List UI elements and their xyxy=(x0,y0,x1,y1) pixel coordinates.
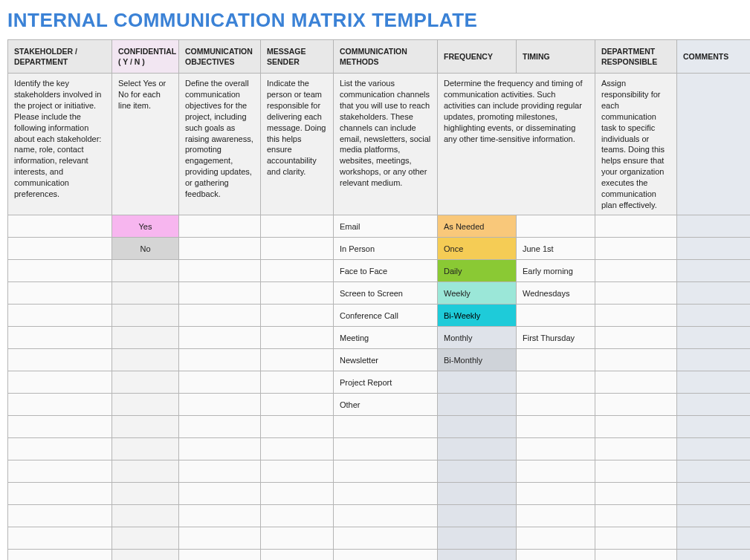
cell-method[interactable]: Screen to Screen xyxy=(334,282,438,305)
cell-confidential[interactable]: Yes xyxy=(112,215,179,238)
cell-stakeholder[interactable] xyxy=(8,438,112,460)
cell-responsible[interactable] xyxy=(595,349,677,371)
cell-timing[interactable] xyxy=(517,550,595,560)
cell-confidential[interactable] xyxy=(112,305,179,327)
cell-objectives[interactable] xyxy=(179,282,261,305)
cell-sender[interactable] xyxy=(261,371,334,394)
table-row[interactable] xyxy=(8,438,751,460)
cell-objectives[interactable] xyxy=(179,550,261,560)
cell-comments[interactable] xyxy=(677,527,751,550)
cell-responsible[interactable] xyxy=(595,327,677,349)
cell-comments[interactable] xyxy=(677,371,751,394)
cell-frequency[interactable] xyxy=(438,550,517,560)
table-row[interactable]: Conference CallBi-Weekly xyxy=(8,305,751,327)
table-row[interactable]: NoIn PersonOnceJune 1st xyxy=(8,238,751,260)
cell-stakeholder[interactable] xyxy=(8,215,112,238)
cell-stakeholder[interactable] xyxy=(8,416,112,438)
cell-sender[interactable] xyxy=(261,438,334,460)
cell-confidential[interactable] xyxy=(112,550,179,560)
cell-comments[interactable] xyxy=(677,282,751,305)
cell-responsible[interactable] xyxy=(595,394,677,416)
cell-confidential[interactable] xyxy=(112,438,179,460)
cell-objectives[interactable] xyxy=(179,527,261,550)
cell-objectives[interactable] xyxy=(179,505,261,527)
cell-stakeholder[interactable] xyxy=(8,305,112,327)
cell-comments[interactable] xyxy=(677,550,751,560)
cell-frequency[interactable] xyxy=(438,394,517,416)
cell-confidential[interactable] xyxy=(112,416,179,438)
cell-sender[interactable] xyxy=(261,305,334,327)
cell-timing[interactable] xyxy=(517,505,595,527)
cell-timing[interactable] xyxy=(517,416,595,438)
cell-timing[interactable] xyxy=(517,438,595,460)
cell-objectives[interactable] xyxy=(179,460,261,483)
cell-method[interactable] xyxy=(334,416,438,438)
cell-timing[interactable] xyxy=(517,394,595,416)
cell-comments[interactable] xyxy=(677,215,751,238)
cell-sender[interactable] xyxy=(261,260,334,282)
cell-comments[interactable] xyxy=(677,416,751,438)
cell-frequency[interactable] xyxy=(438,483,517,505)
cell-comments[interactable] xyxy=(677,505,751,527)
cell-confidential[interactable] xyxy=(112,527,179,550)
cell-stakeholder[interactable] xyxy=(8,550,112,560)
cell-objectives[interactable] xyxy=(179,305,261,327)
cell-comments[interactable] xyxy=(677,349,751,371)
cell-objectives[interactable] xyxy=(179,394,261,416)
table-row[interactable] xyxy=(8,416,751,438)
cell-stakeholder[interactable] xyxy=(8,527,112,550)
cell-confidential[interactable]: No xyxy=(112,238,179,260)
cell-frequency[interactable] xyxy=(438,438,517,460)
cell-stakeholder[interactable] xyxy=(8,460,112,483)
cell-stakeholder[interactable] xyxy=(8,505,112,527)
cell-sender[interactable] xyxy=(261,550,334,560)
cell-timing[interactable]: Wednesdays xyxy=(517,282,595,305)
cell-frequency[interactable] xyxy=(438,371,517,394)
cell-responsible[interactable] xyxy=(595,483,677,505)
cell-confidential[interactable] xyxy=(112,260,179,282)
cell-objectives[interactable] xyxy=(179,483,261,505)
cell-sender[interactable] xyxy=(261,215,334,238)
cell-method[interactable]: Newsletter xyxy=(334,349,438,371)
table-row[interactable]: Face to FaceDailyEarly morning xyxy=(8,260,751,282)
cell-responsible[interactable] xyxy=(595,550,677,560)
cell-responsible[interactable] xyxy=(595,305,677,327)
cell-frequency[interactable] xyxy=(438,505,517,527)
table-row[interactable] xyxy=(8,505,751,527)
cell-frequency[interactable] xyxy=(438,527,517,550)
cell-objectives[interactable] xyxy=(179,371,261,394)
table-row[interactable]: Other xyxy=(8,394,751,416)
cell-method[interactable]: In Person xyxy=(334,238,438,260)
cell-objectives[interactable] xyxy=(179,416,261,438)
cell-responsible[interactable] xyxy=(595,416,677,438)
cell-stakeholder[interactable] xyxy=(8,371,112,394)
cell-method[interactable] xyxy=(334,438,438,460)
cell-method[interactable] xyxy=(334,505,438,527)
cell-sender[interactable] xyxy=(261,505,334,527)
table-row[interactable] xyxy=(8,460,751,483)
table-row[interactable] xyxy=(8,527,751,550)
cell-stakeholder[interactable] xyxy=(8,260,112,282)
cell-comments[interactable] xyxy=(677,394,751,416)
table-row[interactable]: YesEmailAs Needed xyxy=(8,215,751,238)
cell-frequency[interactable] xyxy=(438,460,517,483)
cell-timing[interactable] xyxy=(517,371,595,394)
cell-comments[interactable] xyxy=(677,460,751,483)
cell-frequency[interactable] xyxy=(438,416,517,438)
cell-frequency[interactable]: Bi-Weekly xyxy=(438,305,517,327)
cell-timing[interactable] xyxy=(517,215,595,238)
cell-timing[interactable]: First Thursday xyxy=(517,327,595,349)
cell-stakeholder[interactable] xyxy=(8,349,112,371)
cell-confidential[interactable] xyxy=(112,371,179,394)
cell-objectives[interactable] xyxy=(179,327,261,349)
table-row[interactable]: MeetingMonthlyFirst Thursday xyxy=(8,327,751,349)
cell-timing[interactable] xyxy=(517,460,595,483)
cell-responsible[interactable] xyxy=(595,260,677,282)
cell-responsible[interactable] xyxy=(595,282,677,305)
cell-sender[interactable] xyxy=(261,327,334,349)
table-row[interactable] xyxy=(8,550,751,560)
cell-method[interactable]: Meeting xyxy=(334,327,438,349)
cell-responsible[interactable] xyxy=(595,438,677,460)
cell-timing[interactable] xyxy=(517,305,595,327)
cell-method[interactable] xyxy=(334,527,438,550)
